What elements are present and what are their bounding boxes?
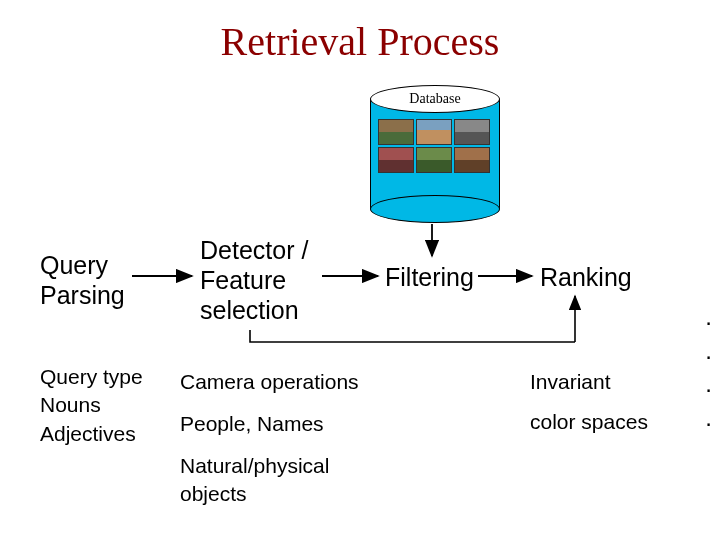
db-thumb — [378, 119, 414, 145]
database-label: Database — [370, 85, 500, 113]
db-thumb — [378, 147, 414, 173]
node-detector: Detector / Feature selection — [200, 235, 308, 325]
feature-camera: Camera operations — [180, 368, 359, 396]
ellipsis-dots: .... — [705, 300, 712, 434]
database-bottom-cap — [370, 195, 500, 223]
db-thumb — [454, 119, 490, 145]
feature-natural: Natural/physical objects — [180, 452, 329, 509]
feature-people: People, Names — [180, 410, 324, 438]
db-thumb — [416, 119, 452, 145]
node-filtering: Filtering — [385, 262, 474, 292]
node-ranking: Ranking — [540, 262, 632, 292]
node-query-parsing: Query Parsing — [40, 250, 125, 310]
database-thumbnails — [378, 119, 492, 173]
database-cylinder: Database — [370, 85, 500, 220]
db-thumb — [454, 147, 490, 173]
query-attributes: Query type Nouns Adjectives — [40, 363, 143, 448]
ranking-invariant: Invariant — [530, 368, 611, 396]
db-thumb — [416, 147, 452, 173]
ranking-colorspaces: color spaces — [530, 408, 648, 436]
slide-title: Retrieval Process — [0, 18, 720, 65]
